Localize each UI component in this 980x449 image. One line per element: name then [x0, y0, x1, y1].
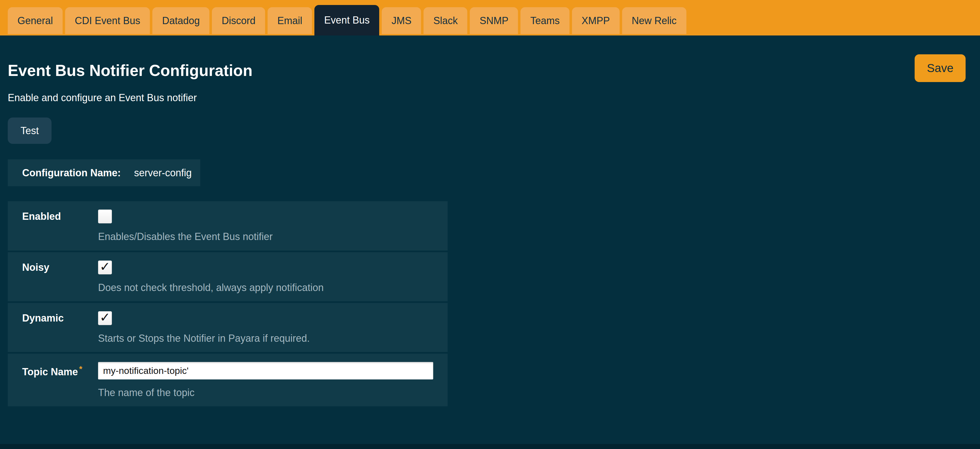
topic-name-input[interactable] [98, 362, 433, 379]
tab-new-relic[interactable]: New Relic [622, 7, 686, 34]
tab-teams[interactable]: Teams [520, 7, 569, 34]
enabled-checkbox[interactable] [98, 210, 112, 223]
dynamic-label: Dynamic [22, 312, 64, 324]
form-panel: Enabled Enables/Disables the Event Bus n… [8, 201, 448, 406]
enabled-label: Enabled [22, 211, 61, 222]
required-asterisk-icon: * [79, 364, 82, 373]
checkmark-icon: ✓ [100, 311, 111, 324]
tab-discord[interactable]: Discord [212, 7, 265, 34]
tab-email[interactable]: Email [267, 7, 312, 34]
tab-slack[interactable]: Slack [423, 7, 467, 34]
dynamic-help-text: Starts or Stops the Notifier in Payara i… [98, 332, 433, 344]
tab-general[interactable]: General [8, 7, 63, 34]
tab-jms[interactable]: JMS [382, 7, 421, 34]
save-button[interactable]: Save [915, 54, 966, 82]
dynamic-row: Dynamic ✓ Starts or Stops the Notifier i… [8, 303, 448, 352]
noisy-label: Noisy [22, 262, 49, 273]
topic-name-row: Topic Name* The name of the topic [8, 353, 448, 406]
config-name-bar: Configuration Name: server-config [8, 159, 200, 186]
page-title: Event Bus Notifier Configuration [8, 61, 966, 80]
tab-xmpp[interactable]: XMPP [572, 7, 620, 34]
config-name-value: server-config [134, 167, 192, 179]
enabled-help-text: Enables/Disables the Event Bus notifier [98, 231, 433, 242]
tab-bar: GeneralCDI Event BusDatadogDiscordEmailE… [0, 0, 980, 35]
noisy-checkbox[interactable]: ✓ [98, 261, 112, 274]
noisy-help-text: Does not check threshold, always apply n… [98, 282, 433, 293]
topic-name-label: Topic Name [22, 366, 78, 377]
config-name-label: Configuration Name: [22, 167, 121, 179]
topic-name-help-text: The name of the topic [98, 387, 433, 398]
footer-strip [0, 444, 980, 449]
noisy-row: Noisy ✓ Does not check threshold, always… [8, 252, 448, 301]
tab-cdi-event-bus[interactable]: CDI Event Bus [65, 7, 150, 34]
content: Save Event Bus Notifier Configuration En… [0, 35, 980, 444]
checkmark-icon: ✓ [100, 260, 111, 273]
page-subtitle: Enable and configure an Event Bus notifi… [8, 92, 966, 103]
tab-event-bus[interactable]: Event Bus [314, 5, 379, 35]
enabled-row: Enabled Enables/Disables the Event Bus n… [8, 201, 448, 250]
page: GeneralCDI Event BusDatadogDiscordEmailE… [0, 0, 980, 449]
dynamic-checkbox[interactable]: ✓ [98, 311, 112, 325]
tab-snmp[interactable]: SNMP [470, 7, 518, 34]
test-button[interactable]: Test [8, 118, 51, 144]
tab-datadog[interactable]: Datadog [152, 7, 209, 34]
